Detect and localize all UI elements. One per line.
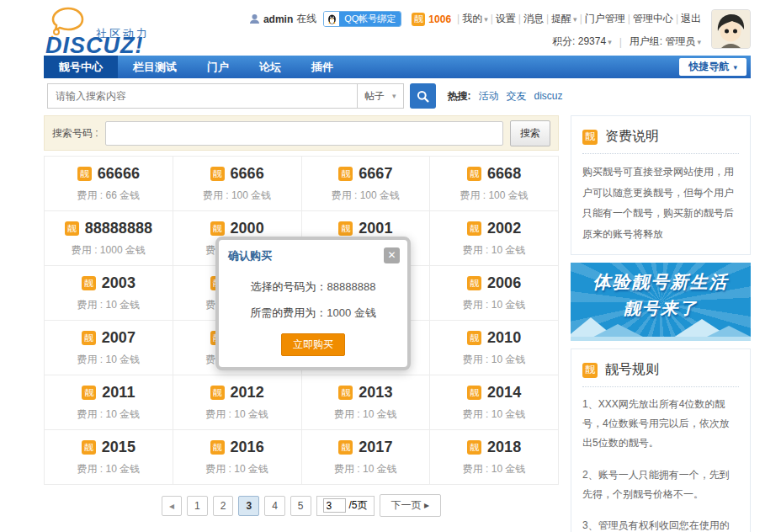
number-text: 2000: [231, 220, 264, 237]
fee-text: 费用 : 10 金钱: [205, 407, 268, 422]
number-cell[interactable]: 靓2018费用 : 10 金钱: [430, 430, 559, 485]
qq-bind-button[interactable]: QQ帐号绑定: [323, 11, 401, 27]
modal-body: 选择的号码为：88888888 所需的费用为：1000 金钱 立即购买: [219, 265, 407, 367]
number-cell[interactable]: 靓2012费用 : 10 金钱: [173, 375, 302, 430]
number-cell[interactable]: 靓2015费用 : 10 金钱: [45, 430, 173, 485]
vip-badge-icon: 靓: [82, 386, 96, 400]
search-scope-select[interactable]: 帖子 ▾: [357, 83, 404, 109]
buy-now-button[interactable]: 立即购买: [281, 333, 345, 356]
chevron-down-icon: ▾: [697, 38, 701, 46]
page-button-1[interactable]: 1: [187, 496, 208, 516]
chevron-down-icon: ▾: [573, 15, 577, 24]
quick-nav-button[interactable]: 快捷导航 ▾: [679, 58, 746, 76]
hot-search-link[interactable]: 交友: [507, 90, 527, 102]
number-cell[interactable]: 靓2017费用 : 10 金钱: [302, 430, 431, 485]
header-stat[interactable]: 积分: 29374▾: [552, 35, 612, 49]
header-link[interactable]: 我的▾: [462, 13, 488, 24]
vip-badge-icon: 靓: [467, 167, 481, 181]
number-cell[interactable]: 靓2016费用 : 10 金钱: [173, 430, 302, 485]
rules-title: 靓号规则: [605, 361, 659, 379]
nav-tab-portal[interactable]: 门户: [192, 56, 244, 78]
close-icon[interactable]: ✕: [384, 247, 400, 263]
number-search-button[interactable]: 搜索: [510, 120, 550, 146]
number-cell[interactable]: 靓2011费用 : 10 金钱: [45, 375, 173, 430]
number-cell[interactable]: 靓66666费用 : 66 金钱: [45, 157, 173, 211]
vip-badge-icon: 靓: [582, 130, 598, 145]
fee-text: 费用 : 10 金钱: [463, 353, 526, 367]
site-logo[interactable]: 社区动力 DISCUZ!: [44, 6, 237, 56]
header-link[interactable]: 管理中心: [633, 13, 673, 24]
header-links: |我的▾|设置|消息|提醒▾|门户管理|管理中心|退出: [454, 12, 701, 26]
page-button-2[interactable]: 2: [213, 496, 234, 516]
fee-text: 费用 : 100 金钱: [203, 189, 271, 203]
number-row: 靓2003: [82, 274, 135, 292]
number-cell[interactable]: 靓6668费用 : 100 金钱: [430, 157, 559, 211]
number-text: 88888888: [85, 220, 152, 237]
nav-tab-lianghao-center[interactable]: 靓号中心: [44, 56, 118, 78]
page-button-5[interactable]: 5: [290, 496, 311, 516]
vip-count[interactable]: 1006: [428, 13, 451, 25]
number-cell[interactable]: 靓6666费用 : 100 金钱: [173, 157, 302, 211]
vip-badge-icon: 靓: [210, 167, 225, 181]
site-search-button[interactable]: [410, 83, 436, 109]
number-cell[interactable]: 靓2006费用 : 10 金钱: [430, 266, 559, 321]
number-search-input[interactable]: [105, 121, 503, 146]
header-link[interactable]: 退出: [681, 13, 701, 24]
number-row: 靓6667: [338, 165, 392, 183]
header-link[interactable]: 提醒▾: [551, 13, 577, 24]
header-link[interactable]: 门户管理: [585, 13, 625, 24]
link-separator: |: [518, 13, 521, 24]
fee-text: 费用 : 10 金钱: [77, 298, 141, 312]
number-row: 靓2007: [82, 329, 135, 347]
number-text: 2010: [487, 329, 521, 347]
hot-search-link[interactable]: 活动: [479, 90, 499, 102]
page: 社区动力 DISCUZ! admin 在线 QQ帐号绑定 靓 1006 |我的▾…: [44, 0, 751, 532]
number-cell[interactable]: 靓2002费用 : 10 金钱: [430, 211, 559, 266]
number-text: 6667: [359, 165, 392, 183]
number-cell[interactable]: 靓2013费用 : 10 金钱: [302, 375, 431, 430]
number-text: 2012: [231, 384, 264, 402]
rules-title-row: 靓 靓号规则: [582, 357, 739, 387]
username[interactable]: admin: [263, 13, 293, 25]
header-stat[interactable]: 用户组: 管理员▾: [630, 35, 701, 49]
nav-tab-forum[interactable]: 论坛: [244, 56, 296, 78]
link-separator: |: [628, 13, 630, 24]
nav-tab-plugin[interactable]: 插件: [296, 56, 348, 78]
page-button-3[interactable]: 3: [238, 496, 259, 516]
number-row: 靓2016: [210, 439, 264, 456]
fee-text: 费用 : 10 金钱: [463, 462, 526, 476]
number-cell[interactable]: 靓2003费用 : 10 金钱: [45, 266, 173, 321]
page-next-button[interactable]: 下一页 ▸: [380, 494, 441, 517]
qq-bind-label: QQ帐号绑定: [339, 12, 401, 26]
fee-text: 费用 : 10 金钱: [77, 407, 141, 422]
site-search-input[interactable]: [47, 83, 357, 109]
number-row: 靓2011: [82, 384, 135, 402]
header-link[interactable]: 消息: [523, 13, 544, 24]
user-bar-row1: admin 在线 QQ帐号绑定 靓 1006 |我的▾|设置|消息|提醒▾|门户…: [249, 11, 701, 27]
header-link[interactable]: 设置: [496, 13, 516, 24]
number-cell[interactable]: 靓6667费用 : 100 金钱: [302, 157, 431, 211]
number-cell[interactable]: 靓2007费用 : 10 金钱: [45, 321, 173, 375]
page-prev-button[interactable]: ◂: [162, 496, 182, 516]
hot-search: 热搜:活动交友discuz: [448, 89, 563, 104]
number-text: 2015: [102, 439, 135, 456]
search-icon: [417, 90, 429, 103]
promo-banner[interactable]: 体验靓号新生活 靓号来了: [571, 263, 751, 341]
hot-search-link[interactable]: discuz: [534, 90, 563, 102]
fee-text: 费用 : 66 金钱: [77, 189, 141, 203]
avatar[interactable]: [711, 9, 751, 49]
fee-text: 费用 : 10 金钱: [334, 407, 397, 422]
user-bar: admin 在线 QQ帐号绑定 靓 1006 |我的▾|设置|消息|提醒▾|门户…: [249, 6, 701, 56]
page-button-4[interactable]: 4: [264, 496, 285, 516]
page-jump-input[interactable]: [323, 498, 346, 513]
number-cell[interactable]: 靓2014费用 : 10 金钱: [430, 375, 559, 430]
vip-badge-icon: 靓: [467, 331, 481, 345]
link-separator: |: [580, 13, 582, 24]
nav-tab-column-test[interactable]: 栏目测试: [118, 56, 192, 78]
vip-badge-icon: 靓: [582, 363, 598, 378]
number-cell[interactable]: 靓88888888费用 : 1000 金钱: [45, 211, 173, 266]
number-cell[interactable]: 靓2010费用 : 10 金钱: [430, 321, 559, 375]
vip-badge-icon: 靓: [338, 167, 353, 181]
pricing-title-row: 靓 资费说明: [582, 124, 739, 154]
modal-header: 确认购买 ✕: [219, 240, 407, 265]
